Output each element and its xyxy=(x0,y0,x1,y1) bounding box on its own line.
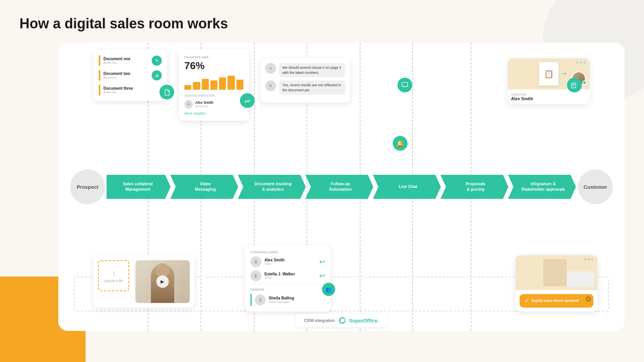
esig-doc-icon: 📋 xyxy=(539,62,558,85)
doc-print-icon-2: 🖨 xyxy=(152,70,162,80)
bar-1 xyxy=(184,85,191,90)
doc-sub-1: Acme Inc. xyxy=(103,61,149,64)
main-card: Document one Acme Inc. ✎ Document two Ac… xyxy=(58,43,625,331)
user-info: Alex Smith Acme Inc. xyxy=(195,101,214,108)
tracking-title: Document read xyxy=(184,55,243,59)
doc-name-3: Document three xyxy=(103,86,162,90)
chat-avatar-2: E xyxy=(265,80,276,91)
curve-arrow-2: ↩ xyxy=(319,272,325,280)
esig-status-dot xyxy=(583,81,586,85)
stakeholder-info-2: Estella J. Walker COO xyxy=(264,272,295,280)
notification-close-icon[interactable]: × xyxy=(586,296,591,302)
stakeholder-title-2: COO xyxy=(264,276,295,280)
doc-sub-2: Acme Inc. xyxy=(103,76,149,79)
doc-item-1: Document one Acme Inc. ✎ xyxy=(99,55,162,66)
doc-edit-icon-1: ✎ xyxy=(152,56,162,66)
curve-arrow-1: ↩ xyxy=(319,258,325,266)
bar-chart xyxy=(184,74,243,90)
proposals-top xyxy=(516,255,597,290)
stakeholders-card: STAKEHOLDERS A Alex Smith CEO ↩ E Estell… xyxy=(245,245,331,312)
sender-row: S Sheila Balling Sales Manager xyxy=(250,294,325,306)
sender-bar xyxy=(250,294,252,306)
more-insights-link[interactable]: More Insights › xyxy=(184,111,243,115)
flow-arrows: Sales collateralManagement VideoMessagin… xyxy=(107,175,576,199)
sender-name: Sheila Balling xyxy=(269,296,294,300)
bar-6 xyxy=(228,76,234,90)
chat-text-1: We should amend clause 5 on page 3 with … xyxy=(279,63,345,77)
upload-label: Upload a file xyxy=(104,279,123,283)
proposals-doc-preview xyxy=(567,272,594,287)
chat-bubble-2: E Yes, recent results are not reflected … xyxy=(265,80,345,95)
stakeholder-info-1: Alex Smith CEO xyxy=(264,258,285,266)
chat-text-2: Yes, recent results are not reflected in… xyxy=(279,80,345,95)
doc-icon-badge xyxy=(159,85,174,99)
video-thumbnail[interactable]: ▶ xyxy=(135,260,190,303)
step-video-messaging: VideoMessaging xyxy=(170,175,238,199)
notification-text: Digital Sales Room updated! xyxy=(532,299,579,303)
notification-icon-badge: 🔔 xyxy=(393,136,408,151)
step-document-tracking: Document tracking& analytics xyxy=(238,175,306,199)
pdot-3 xyxy=(591,258,593,261)
tracking-percent: 76% xyxy=(184,60,243,72)
doc-name-2: Document two xyxy=(103,71,149,76)
sender-info: Sheila Balling Sales Manager xyxy=(269,296,294,304)
bar-4 xyxy=(210,80,217,90)
step-esignature: eSignature &Stakeholder approvals xyxy=(508,175,576,199)
user-company: Acme Inc. xyxy=(195,104,214,108)
video-card: ↑ Upload a file ▶ xyxy=(93,256,194,308)
stakeholders-label: STAKEHOLDERS xyxy=(250,251,325,254)
upload-box[interactable]: ↑ Upload a file xyxy=(98,260,129,291)
stakeholder-avatar-1: A xyxy=(250,256,261,267)
stakeholder-avatar-2: E xyxy=(250,270,261,281)
tracking-card: Document read 76% Opened shared link A A… xyxy=(179,50,249,121)
divider xyxy=(250,284,325,285)
bar-3 xyxy=(202,79,209,90)
esig-name: Alex Smith xyxy=(511,96,586,101)
doc-item-2: Document two Acme Inc. 🖨 xyxy=(99,70,162,81)
bar-2 xyxy=(193,82,200,90)
video-card-content: ↑ Upload a file ▶ xyxy=(98,260,190,303)
dot-3 xyxy=(583,61,586,64)
superoffice-logo: SuperOffice. xyxy=(339,317,379,324)
notification-check-icon: ✓ xyxy=(524,297,529,305)
pdot-2 xyxy=(588,258,590,261)
user-name: Alex Smith xyxy=(195,101,214,104)
doc-bar-1 xyxy=(99,55,100,66)
proposals-doc xyxy=(543,259,567,286)
play-button[interactable]: ▶ xyxy=(156,275,169,288)
stakeholder-title-1: CEO xyxy=(264,262,285,266)
documents-card: Document one Acme Inc. ✎ Document two Ac… xyxy=(93,50,167,101)
doc-bar-3 xyxy=(99,85,100,96)
doc-bar-2 xyxy=(99,70,100,81)
sender-avatar: S xyxy=(255,294,266,305)
chat-bubble-1: A We should amend clause 5 on page 3 wit… xyxy=(265,63,345,77)
page-title: How a digital sales room works xyxy=(19,16,228,32)
doc-sub-3: Acme Inc. xyxy=(103,90,162,94)
step-proposals: Proposals& pricing xyxy=(441,175,509,199)
step-live-chat: Live Chat xyxy=(373,175,441,199)
chat-icon-badge xyxy=(397,78,412,92)
user-row: A Alex Smith Acme Inc. xyxy=(184,100,243,108)
doc-item-3: Document three Acme Inc. xyxy=(99,85,162,96)
customer-label: Customer xyxy=(584,184,607,190)
esig-label-text: Approved xyxy=(511,92,586,96)
stakeholder-row-2: E Estella J. Walker COO ↩ xyxy=(250,270,325,281)
prospect-circle: Prospect xyxy=(70,169,105,204)
prospect-label: Prospect xyxy=(77,184,98,190)
stakeholder-row-1: A Alex Smith CEO ↩ xyxy=(250,256,325,267)
proposals-card: ✓ Digital Sales Room updated! × xyxy=(516,255,597,312)
pdot-1 xyxy=(584,258,586,261)
doc-name-1: Document one xyxy=(103,57,149,61)
bar-5 xyxy=(219,77,226,90)
bar-7 xyxy=(236,80,243,90)
opened-label: Opened shared link xyxy=(184,94,243,97)
crm-label: CRM integration xyxy=(304,318,335,323)
step-sales-collateral: Sales collateralManagement xyxy=(107,175,171,199)
superoffice-logo-svg xyxy=(339,317,347,324)
step-follow-up: Follow-upAutomation xyxy=(305,175,373,199)
proposals-notification: ✓ Digital Sales Room updated! × xyxy=(520,294,593,308)
svg-rect-0 xyxy=(402,82,408,87)
chat-avatar-1: A xyxy=(265,63,276,74)
esig-arrow-icon: → xyxy=(560,68,568,78)
crm-bar: CRM integration SuperOffice. xyxy=(296,314,387,327)
